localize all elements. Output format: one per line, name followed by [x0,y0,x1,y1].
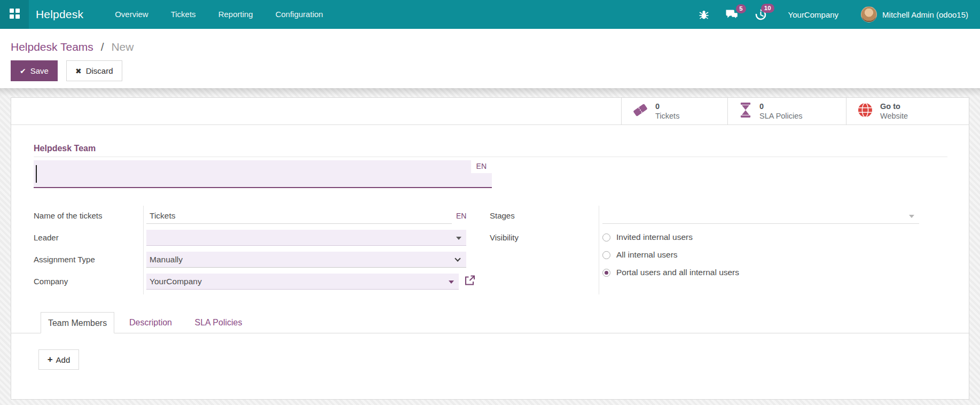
sla-stat-label: SLA Policies [759,111,803,121]
control-panel: Helpdesk Teams / New ✔ Save ✖ Discard [0,29,980,88]
stat-button-go-to-website[interactable]: Go to Website [846,98,969,124]
website-stat-line2: Website [880,111,908,121]
messages-icon[interactable]: 5 [725,9,739,20]
main-menu: Overview Tickets Reporting Configuration [104,0,334,29]
radio-circle-icon [602,251,610,259]
apps-menu-button[interactable] [0,0,29,29]
chevron-down-icon [909,215,914,218]
team-name-input[interactable]: EN [34,160,492,188]
radio-circle-icon [602,233,610,242]
menu-tickets[interactable]: Tickets [160,0,207,29]
label-divider [34,157,947,157]
plus-icon: + [48,354,53,365]
field-label-assignment-type: Assignment Type [34,252,140,268]
radio-label: Portal users and all internal users [616,268,739,277]
add-team-member-button[interactable]: + Add [38,349,79,370]
app-title[interactable]: Helpdesk [36,8,83,21]
chevron-down-icon [456,237,461,240]
label-column-rule [599,206,599,294]
form-sheet: 0 Tickets 0 SLA Policies [11,97,969,400]
breadcrumb-current: New [111,41,134,53]
tickets-name-value: Tickets [146,211,176,220]
radio-all-internal-users[interactable]: All internal users [602,247,678,262]
activities-clock-icon[interactable]: 10 [755,9,767,21]
radio-circle-icon [602,269,610,277]
menu-overview[interactable]: Overview [104,0,160,29]
stat-button-box: 0 Tickets 0 SLA Policies [11,98,969,125]
hourglass-icon [739,102,752,120]
tickets-stat-label: Tickets [655,111,679,121]
apps-grid-icon [10,9,20,21]
navbar-right: 5 10 YourCompany Mitchell Admin (odoo15) [683,6,980,22]
assignment-type-value: Manually [146,255,183,264]
radio-portal-and-internal-users[interactable]: Portal users and all internal users [602,265,739,280]
user-menu[interactable]: Mitchell Admin (odoo15) [861,6,968,22]
field-label-company: Company [34,274,140,290]
external-link-icon[interactable] [464,275,475,288]
select-chevron-icon [454,255,460,261]
field-label-visibility: Visibility [490,230,594,246]
field-label-leader: Leader [34,230,140,246]
odoo-window: Helpdesk Overview Tickets Reporting Conf… [0,0,980,405]
stages-field[interactable] [602,208,919,224]
company-field[interactable]: YourCompany [146,274,459,290]
text-cursor [36,165,37,183]
activities-count-badge: 10 [761,4,774,13]
tab-description[interactable]: Description [127,312,174,333]
menu-configuration[interactable]: Configuration [264,0,334,29]
debug-bug-icon[interactable] [699,9,709,20]
control-panel-buttons: ✔ Save ✖ Discard [11,60,122,81]
tab-sla-policies[interactable]: SLA Policies [192,312,245,333]
radio-invited-internal-users[interactable]: Invited internal users [602,230,693,245]
top-navbar: Helpdesk Overview Tickets Reporting Conf… [0,0,980,29]
save-button-label: Save [30,66,49,75]
breadcrumb: Helpdesk Teams / New [11,41,134,53]
leader-field[interactable] [146,230,466,246]
chevron-down-icon [449,281,454,284]
field-label-tickets-name: Name of the tickets [34,208,140,224]
breadcrumb-helpdesk-teams[interactable]: Helpdesk Teams [11,41,93,53]
save-button[interactable]: ✔ Save [11,60,58,81]
translation-badge[interactable]: EN [471,160,492,173]
radio-label: All internal users [616,250,678,260]
menu-reporting[interactable]: Reporting [207,0,264,29]
company-value: YourCompany [146,277,202,286]
tickets-count: 0 [655,102,679,111]
user-name: Mitchell Admin (odoo15) [882,10,968,19]
stages-value [602,211,606,220]
label-column-rule [143,206,144,294]
tickets-name-translation-badge[interactable]: EN [456,208,466,224]
tab-team-members[interactable]: Team Members [41,312,114,333]
messages-count-badge: 5 [736,4,746,14]
close-icon: ✖ [75,67,82,75]
leader-value [146,233,150,242]
team-name-label: Helpdesk Team [34,144,96,153]
stat-button-sla-policies[interactable]: 0 SLA Policies [727,98,846,124]
field-label-stages: Stages [490,208,594,224]
add-button-label: Add [56,355,70,364]
sla-count: 0 [759,102,803,111]
radio-label: Invited internal users [616,232,693,242]
company-switcher[interactable]: YourCompany [788,10,839,19]
stat-button-tickets[interactable]: 0 Tickets [621,98,727,124]
check-icon: ✔ [20,67,26,75]
discard-button-label: Discard [86,66,113,75]
breadcrumb-separator: / [101,41,104,53]
ticket-icon [632,102,648,120]
assignment-type-select[interactable]: Manually [146,252,466,268]
discard-button[interactable]: ✖ Discard [66,60,122,81]
form-view-background: 0 Tickets 0 SLA Policies [0,88,980,405]
user-avatar [861,6,877,22]
website-stat-line1: Go to [880,102,908,111]
globe-icon [857,102,873,120]
tickets-name-field[interactable]: Tickets [146,208,452,224]
